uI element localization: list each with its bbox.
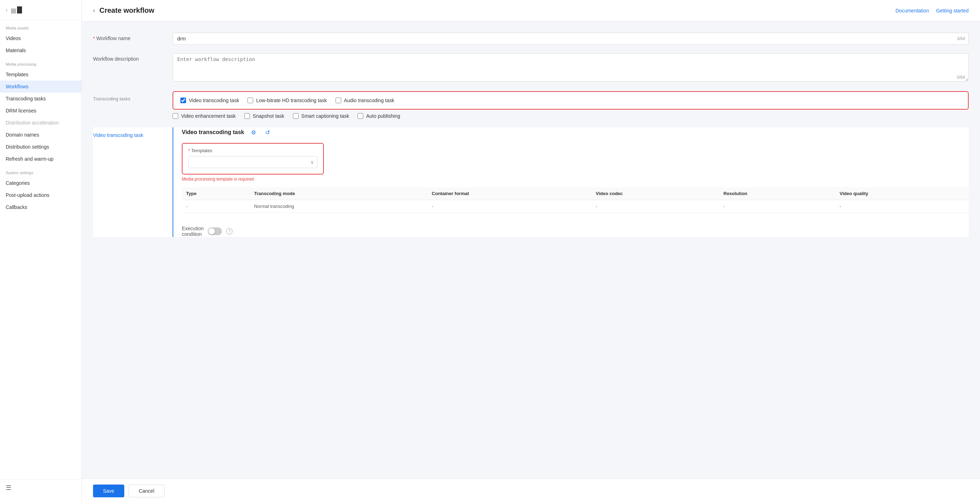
cell-video-codec: - <box>592 200 719 213</box>
sidebar-item-label: Templates <box>6 71 29 77</box>
task-table: Type Transcoding mode Container format V… <box>182 187 969 213</box>
cell-video-quality: - <box>835 200 969 213</box>
checkbox-video-enhancement[interactable]: Video enhancement task <box>173 113 236 119</box>
checkbox-smart-captioning-input[interactable] <box>293 113 299 119</box>
checkbox-snapshot[interactable]: Snapshot task <box>244 113 285 119</box>
workflow-desc-label: Workflow description <box>93 53 164 62</box>
logo-block-small <box>11 8 16 13</box>
templates-box: * Templates ∨ <box>182 143 324 175</box>
col-transcoding-mode: Transcoding mode <box>250 187 428 200</box>
task-content-header: Video transcoding task ⚙ ↺ <box>182 127 969 137</box>
cell-transcoding-mode: Normal transcoding <box>250 200 428 213</box>
sidebar-item-videos[interactable]: Videos <box>0 32 81 44</box>
toggle-knob <box>208 228 215 235</box>
sidebar-item-label: Post-upload actions <box>6 192 49 198</box>
execution-condition-row: Execution condition ? <box>182 220 969 237</box>
refresh-button[interactable]: ↺ <box>263 127 273 137</box>
sidebar-item-label: Callbacks <box>6 204 27 210</box>
sidebar-item-templates[interactable]: Templates <box>0 68 81 81</box>
table-row: - Normal transcoding - - - - <box>182 200 969 213</box>
sidebar-item-domain-names[interactable]: Domain names <box>0 129 81 141</box>
checkbox-auto-publishing[interactable]: Auto publishing <box>358 113 400 119</box>
task-table-head: Type Transcoding mode Container format V… <box>182 187 969 200</box>
task-table-header-row: Type Transcoding mode Container format V… <box>182 187 969 200</box>
workflow-name-input[interactable] <box>173 33 969 45</box>
checkbox-low-bitrate-hd[interactable]: Low-bitrate HD transcoding task <box>248 98 327 103</box>
transcoding-tasks-content: Video transcoding task Low-bitrate HD tr… <box>173 91 969 119</box>
sidebar-item-categories[interactable]: Categories <box>0 177 81 189</box>
sidebar-footer: ☰ <box>0 479 81 496</box>
col-video-quality: Video quality <box>835 187 969 200</box>
sidebar-section-media-processing: Media processing <box>0 56 81 68</box>
sidebar-item-label: Materials <box>6 48 26 53</box>
sidebar-item-materials[interactable]: Materials <box>0 44 81 56</box>
workflow-desc-textarea[interactable] <box>173 53 969 82</box>
documentation-link[interactable]: Documentation <box>896 8 929 13</box>
execution-condition-toggle[interactable] <box>208 227 222 235</box>
task-sidebar: Video transcoding task <box>93 127 164 237</box>
task-label-audio-transcoding: Audio transcoding task <box>344 98 395 103</box>
sidebar-item-distribution-settings[interactable]: Distribution settings <box>0 141 81 153</box>
sidebar-section-system-settings: System settings <box>0 165 81 177</box>
sidebar-item-workflows[interactable]: Workflows <box>0 81 81 93</box>
task-content: Video transcoding task ⚙ ↺ * Templates <box>182 127 969 237</box>
checkbox-smart-captioning[interactable]: Smart captioning task <box>293 113 349 119</box>
workflow-desc-textarea-wrapper: 0/64 <box>173 53 969 83</box>
sidebar-logo: ‹ <box>0 0 81 20</box>
page-header: ‹ Create workflow Documentation Getting … <box>82 0 980 21</box>
tasks-row-1: Video transcoding task Low-bitrate HD tr… <box>180 98 961 103</box>
checkbox-snapshot-input[interactable] <box>244 113 250 119</box>
tasks-row-2-outer: Video enhancement task Snapshot task Sma… <box>173 113 969 119</box>
task-label-smart-captioning: Smart captioning task <box>301 113 349 119</box>
footer-buttons: Save Cancel <box>82 479 980 503</box>
save-button[interactable]: Save <box>93 484 124 497</box>
workflow-name-input-wrapper: 3/64 <box>173 33 969 45</box>
templates-label: * Templates <box>188 148 317 153</box>
gear-button[interactable]: ⚙ <box>248 127 258 137</box>
checkbox-video-transcoding-input[interactable] <box>180 98 186 103</box>
sidebar-item-label: Workflows <box>6 84 29 89</box>
workflow-name-row: * Workflow name 3/64 <box>93 33 969 45</box>
sidebar-item-post-upload[interactable]: Post-upload actions <box>0 189 81 201</box>
sidebar-back-icon[interactable]: ‹ <box>6 7 8 13</box>
checkbox-auto-publishing-input[interactable] <box>358 113 363 119</box>
cancel-button[interactable]: Cancel <box>129 484 165 497</box>
workflow-name-char-count: 3/64 <box>957 36 965 41</box>
transcoding-tasks-row: Transcoding tasks Video transcoding task… <box>93 91 969 119</box>
page-title: Create workflow <box>99 6 154 14</box>
task-label-video-enhancement: Video enhancement task <box>181 113 236 119</box>
workflow-desc-field: 0/64 <box>173 53 969 83</box>
sidebar-item-label: Domain names <box>6 132 39 138</box>
sidebar-item-transcoding-tasks[interactable]: Transcoding tasks <box>0 93 81 105</box>
refresh-icon: ↺ <box>265 129 270 136</box>
header-left: ‹ Create workflow <box>93 6 154 14</box>
logo-block-large <box>17 6 22 13</box>
help-icon[interactable]: ? <box>226 228 232 235</box>
back-arrow-icon[interactable]: ‹ <box>93 7 95 14</box>
content-area: * Workflow name 3/64 Workflow descriptio… <box>82 21 980 479</box>
col-video-codec: Video codec <box>592 187 719 200</box>
task-sidebar-item-video-transcoding[interactable]: Video transcoding task <box>93 129 164 141</box>
task-label-video-transcoding: Video transcoding task <box>189 98 239 103</box>
task-panel: Video transcoding task Video transcoding… <box>93 127 969 237</box>
sidebar-section-media-assets: Media assets <box>0 20 81 32</box>
main-content: ‹ Create workflow Documentation Getting … <box>82 0 980 503</box>
checkbox-low-bitrate-hd-input[interactable] <box>248 98 253 103</box>
templates-select[interactable] <box>188 156 317 168</box>
transcoding-tasks-label: Transcoding tasks <box>93 91 164 102</box>
sidebar-item-refresh-warmup[interactable]: Refresh and warm-up <box>0 153 81 165</box>
templates-select-wrapper: ∨ <box>188 156 317 168</box>
hamburger-icon[interactable]: ☰ <box>6 484 11 491</box>
checkbox-video-enhancement-input[interactable] <box>173 113 178 119</box>
getting-started-link[interactable]: Getting started <box>936 8 969 13</box>
sidebar-item-callbacks[interactable]: Callbacks <box>0 201 81 213</box>
col-container-format: Container format <box>428 187 592 200</box>
task-label-auto-publishing: Auto publishing <box>366 113 400 119</box>
task-sidebar-item-label: Video transcoding task <box>93 132 143 138</box>
required-asterisk: * <box>93 35 95 41</box>
checkbox-audio-transcoding[interactable]: Audio transcoding task <box>336 98 395 103</box>
sidebar-item-label: Videos <box>6 35 21 41</box>
checkbox-video-transcoding[interactable]: Video transcoding task <box>180 98 239 103</box>
checkbox-audio-transcoding-input[interactable] <box>336 98 341 103</box>
sidebar-item-drm-licenses[interactable]: DRM licenses <box>0 105 81 117</box>
